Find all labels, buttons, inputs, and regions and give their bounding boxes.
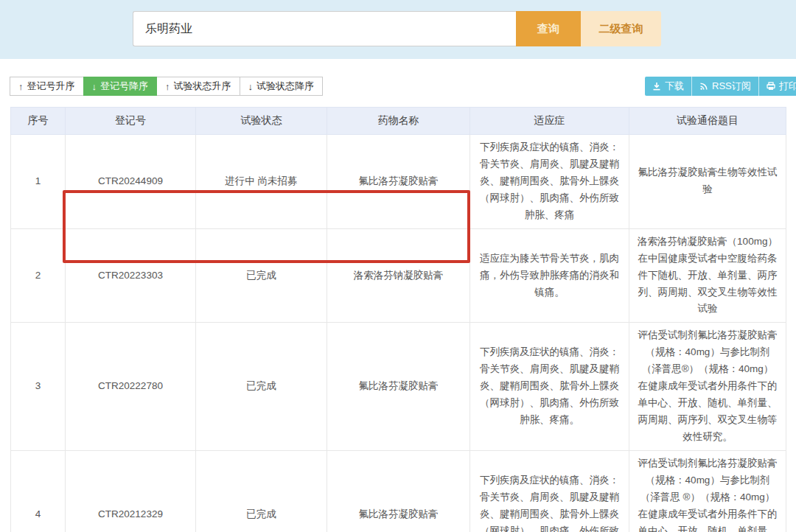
header-trial-status: 试验状态 [196,108,327,135]
print-icon [767,82,775,91]
cell-trial-title: 洛索洛芬钠凝胶贴膏（100mg）在中国健康受试者中空腹给药条件下随机、开放、单剂… [629,228,786,323]
cell-trial-title: 评估受试制剂氟比洛芬凝胶贴膏（规格：40mg）与参比制剂（泽普思®）（规格：40… [629,323,786,451]
cell-index: 1 [11,135,66,229]
arrow-up-icon: ↑ [18,81,24,92]
cell-trial-status: 进行中 尚未招募 [196,135,327,229]
query-button[interactable]: 查询 [516,11,581,46]
cell-index: 3 [11,323,66,451]
cell-trial-title: 氟比洛芬凝胶贴膏生物等效性试验 [629,135,786,229]
table-row: 3 CTR20222780 已完成 氟比洛芬凝胶贴膏 下列疾病及症状的镇痛、消炎… [11,323,786,451]
cell-trial-status: 已完成 [196,228,327,323]
header-drug-name: 药物名称 [327,108,470,135]
arrow-down-icon: ↓ [92,81,97,92]
header-registration-no: 登记号 [66,108,196,135]
cell-index: 4 [11,450,66,532]
rss-icon [699,82,708,91]
sort-button-label: 试验状态降序 [256,80,314,93]
sort-status-asc-button[interactable]: ↑ 试验状态升序 [156,77,240,96]
rss-button-label: RSS订阅 [712,80,751,93]
sort-regno-asc-button[interactable]: ↑ 登记号升序 [10,77,84,96]
cell-drug-name: 洛索洛芬钠凝胶贴膏 [327,228,470,323]
cell-registration-no: CTR20244909 [66,135,196,229]
search-band: 查询 二级查询 [0,0,796,59]
cell-indication: 适应症为膝关节骨关节炎，肌肉痛，外伤导致肿胀疼痛的消炎和镇痛。 [470,228,629,323]
print-button-label: 打印 [779,80,796,93]
download-button-label: 下载 [665,80,684,93]
header-index: 序号 [11,108,66,135]
arrow-down-icon: ↓ [248,81,254,92]
action-button-group: 下载 RSS订阅 打印 [645,77,796,96]
table-row: 4 CTR20212329 已完成 氟比洛芬凝胶贴膏 下列疾病及症状的镇痛、消炎… [11,450,786,532]
sort-button-label: 登记号升序 [27,80,75,93]
sort-regno-desc-button[interactable]: ↓ 登记号降序 [83,77,158,96]
sort-button-group: ↑ 登记号升序 ↓ 登记号降序 ↑ 试验状态升序 ↓ 试验状态降序 [10,77,323,96]
download-icon [652,82,661,91]
cell-trial-status: 已完成 [196,323,327,451]
sort-status-desc-button[interactable]: ↓ 试验状态降序 [240,77,324,96]
cell-drug-name: 氟比洛芬凝胶贴膏 [327,323,470,451]
table-header-row: 序号 登记号 试验状态 药物名称 适应症 试验通俗题目 [11,108,786,135]
results-table: 序号 登记号 试验状态 药物名称 适应症 试验通俗题目 1 CTR2024490… [10,107,786,532]
sort-button-label: 登记号降序 [100,80,148,93]
cell-registration-no: CTR20212329 [66,450,196,532]
header-indication: 适应症 [470,108,629,135]
cell-drug-name: 氟比洛芬凝胶贴膏 [327,450,470,532]
cell-trial-title: 评估受试制剂氟比洛芬凝胶贴膏（规格：40mg）与参比制剂（泽普思 ®）（规格：4… [629,450,786,532]
table-row: 1 CTR20244909 进行中 尚未招募 氟比洛芬凝胶贴膏 下列疾病及症状的… [11,135,786,229]
header-trial-title: 试验通俗题目 [629,108,786,135]
print-button[interactable]: 打印 [758,77,796,96]
table-row: 2 CTR20223303 已完成 洛索洛芬钠凝胶贴膏 适应症为膝关节骨关节炎，… [11,228,786,323]
cell-indication: 下列疾病及症状的镇痛、消炎：骨关节炎、肩周炎、肌腱及腱鞘炎、腱鞘周围炎、肱骨外上… [470,450,629,532]
download-button[interactable]: 下载 [645,77,691,96]
sort-button-label: 试验状态升序 [174,80,231,93]
cell-indication: 下列疾病及症状的镇痛、消炎：骨关节炎、肩周炎、肌腱及腱鞘炎、腱鞘周围炎、肱骨外上… [470,323,629,451]
cell-registration-no: CTR20222780 [66,323,196,451]
arrow-up-icon: ↑ [165,81,170,92]
rss-button[interactable]: RSS订阅 [691,77,758,96]
secondary-query-button[interactable]: 二级查询 [581,11,661,46]
search-input[interactable] [133,11,516,46]
cell-trial-status: 已完成 [196,450,327,532]
cell-index: 2 [11,228,66,323]
cell-registration-no: CTR20223303 [66,228,196,323]
cell-drug-name: 氟比洛芬凝胶贴膏 [327,135,470,229]
cell-indication: 下列疾病及症状的镇痛、消炎：骨关节炎、肩周炎、肌腱及腱鞘炎、腱鞘周围炎、肱骨外上… [470,135,629,229]
